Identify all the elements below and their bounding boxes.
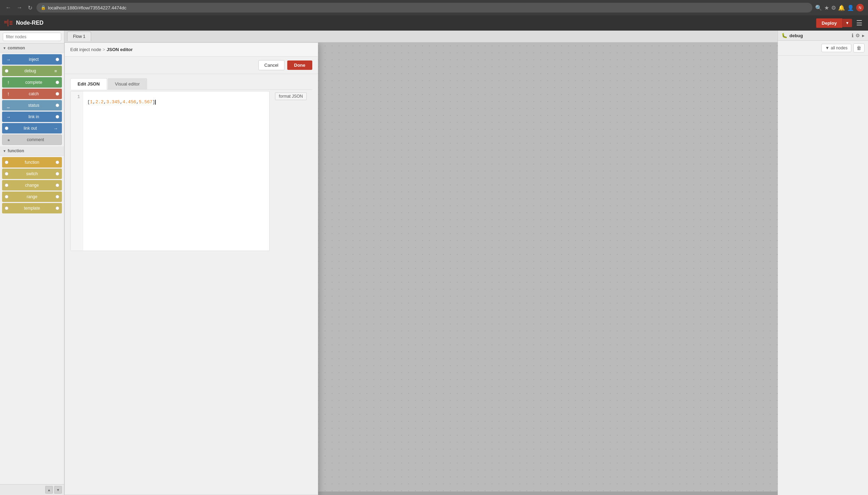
node-debug[interactable]: debug ≡ bbox=[2, 66, 62, 76]
svg-rect-4 bbox=[9, 23, 12, 23]
node-range-port-right bbox=[56, 195, 59, 198]
debug-panel-header: 🐛 debug ℹ ⚙ ▸ bbox=[778, 31, 868, 41]
debug-info-button[interactable]: ℹ bbox=[852, 33, 853, 38]
breadcrumb-separator: > bbox=[103, 47, 105, 52]
node-debug-port-left bbox=[5, 69, 8, 73]
node-complete[interactable]: ! complete bbox=[2, 77, 62, 88]
node-debug-icon: ≡ bbox=[52, 67, 59, 74]
svg-rect-3 bbox=[9, 21, 12, 22]
deploy-button[interactable]: Deploy bbox=[816, 18, 842, 28]
node-switch-port-right bbox=[56, 172, 59, 176]
category-common-nodes: → inject debug ≡ ! complete bbox=[0, 53, 64, 146]
scroll-up-button[interactable]: ▲ bbox=[45, 486, 53, 494]
browser-chrome: ← → ↻ 🔒 localhost:1880/#flow/73554227.44… bbox=[0, 0, 868, 15]
node-template-label: template bbox=[8, 206, 56, 211]
tab-flow1[interactable]: Flow 1 bbox=[67, 32, 91, 41]
deploy-dropdown-button[interactable]: ▼ bbox=[842, 19, 852, 27]
node-status[interactable]: ⎯ status bbox=[2, 100, 62, 111]
json-content[interactable]: [1,2.2,3.345,4.456,5.567] bbox=[83, 91, 269, 251]
json-n4: 4.456 bbox=[122, 99, 136, 105]
node-function[interactable]: function bbox=[2, 157, 62, 168]
extension-icon[interactable]: ⚙ bbox=[831, 5, 836, 11]
filter-label: all nodes bbox=[831, 46, 847, 50]
topbar-right: Deploy ▼ ☰ bbox=[816, 17, 864, 29]
notification-icon[interactable]: 🔔 bbox=[838, 5, 845, 11]
dialog-breadcrumb: Edit inject node > JSON editor bbox=[70, 47, 133, 52]
deploy-btn-group: Deploy ▼ bbox=[816, 18, 852, 28]
done-button[interactable]: Done bbox=[287, 60, 313, 70]
nr-logo: Node-RED bbox=[4, 19, 43, 26]
svg-rect-2 bbox=[8, 19, 8, 26]
category-common-label: common bbox=[8, 46, 25, 50]
debug-settings-button[interactable]: ⚙ bbox=[855, 33, 860, 38]
debug-expand-button[interactable]: ▸ bbox=[862, 33, 865, 38]
debug-icon: 🐛 bbox=[781, 33, 787, 38]
forward-button[interactable]: → bbox=[15, 3, 24, 12]
node-change[interactable]: change bbox=[2, 180, 62, 190]
tab-visual-editor[interactable]: Visual editor bbox=[108, 78, 147, 89]
clear-debug-button[interactable]: 🗑 bbox=[853, 43, 865, 52]
node-function-port-right bbox=[56, 161, 59, 164]
node-change-label: change bbox=[8, 183, 56, 188]
debug-panel-title: debug bbox=[789, 33, 850, 38]
node-link-in-label: link in bbox=[12, 114, 56, 119]
line-numbers: 1 bbox=[71, 91, 83, 251]
back-button[interactable]: ← bbox=[4, 3, 13, 12]
cancel-button[interactable]: Cancel bbox=[258, 60, 284, 70]
dialog-overlay: Edit inject node > JSON editor Cancel Do… bbox=[64, 42, 778, 495]
dialog-tabs: Edit JSON Visual editor bbox=[70, 78, 312, 90]
app-name: Node-RED bbox=[16, 20, 43, 26]
cursor bbox=[155, 100, 156, 105]
category-common: ▼ common → inject debug ≡ ! bbox=[0, 43, 64, 146]
dialog-header: Edit inject node > JSON editor bbox=[65, 43, 318, 57]
filter-all-nodes-button[interactable]: ▼ all nodes bbox=[821, 44, 851, 52]
app: Node-RED Deploy ▼ ☰ ▼ common bbox=[0, 15, 868, 495]
node-comment-icon: ● bbox=[5, 136, 12, 143]
line-number-1: 1 bbox=[77, 94, 80, 99]
menu-button[interactable]: ☰ bbox=[855, 17, 864, 29]
bracket-close: ] bbox=[152, 99, 155, 105]
node-catch[interactable]: ! catch bbox=[2, 89, 62, 99]
node-link-out-port-left bbox=[5, 127, 8, 130]
address-bar[interactable]: 🔒 localhost:1880/#flow/73554227.4474dc bbox=[37, 3, 812, 13]
bookmark-icon[interactable]: ★ bbox=[824, 5, 829, 11]
debug-panel: 🐛 debug ℹ ⚙ ▸ ▼ all nodes 🗑 bbox=[778, 31, 868, 495]
filter-icon: ▼ bbox=[825, 46, 829, 50]
dialog-actions: Cancel Done bbox=[65, 57, 318, 74]
canvas[interactable]: timestamp Edit inject node > JSON editor bbox=[64, 42, 778, 495]
node-change-port-left bbox=[5, 184, 8, 187]
category-common-header[interactable]: ▼ common bbox=[0, 43, 64, 53]
node-range[interactable]: range bbox=[2, 192, 62, 202]
node-switch-label: switch bbox=[8, 171, 56, 176]
flow-tabs: Flow 1 bbox=[64, 31, 778, 42]
node-function-label: function bbox=[8, 160, 56, 165]
node-switch[interactable]: switch bbox=[2, 169, 62, 179]
category-function-header[interactable]: ▼ function bbox=[0, 146, 64, 156]
node-complete-port-right bbox=[56, 81, 59, 84]
json-n1: 1 bbox=[90, 99, 93, 105]
node-link-out[interactable]: link out → bbox=[2, 123, 62, 133]
search-icon[interactable]: 🔍 bbox=[815, 5, 822, 11]
tab-edit-json[interactable]: Edit JSON bbox=[70, 78, 107, 90]
json-editor-area[interactable]: 1 [1,2.2,3.345,4.456,5.567] bbox=[70, 91, 270, 251]
node-comment[interactable]: ● comment bbox=[2, 135, 62, 145]
node-link-in-port-right bbox=[56, 115, 59, 119]
json-n3: 3.345 bbox=[106, 99, 120, 105]
node-status-port-right bbox=[56, 104, 59, 107]
avatar-icon[interactable]: N bbox=[856, 4, 864, 11]
node-inject[interactable]: → inject bbox=[2, 54, 62, 65]
svg-rect-1 bbox=[4, 23, 7, 23]
profile-icon[interactable]: 👤 bbox=[847, 5, 854, 11]
node-template-port-left bbox=[5, 206, 8, 210]
filter-nodes-input[interactable] bbox=[3, 33, 61, 41]
node-template[interactable]: template bbox=[2, 203, 62, 213]
scroll-down-button[interactable]: ▼ bbox=[54, 486, 62, 494]
node-link-in[interactable]: → link in bbox=[2, 112, 62, 122]
format-json-button[interactable]: format JSON bbox=[275, 92, 307, 100]
node-status-label: status bbox=[12, 103, 56, 108]
lock-icon: 🔒 bbox=[41, 5, 46, 10]
topbar: Node-RED Deploy ▼ ☰ bbox=[0, 15, 868, 31]
reload-button[interactable]: ↻ bbox=[26, 3, 34, 13]
node-inject-icon: → bbox=[5, 56, 12, 63]
node-template-port-right bbox=[56, 206, 59, 210]
